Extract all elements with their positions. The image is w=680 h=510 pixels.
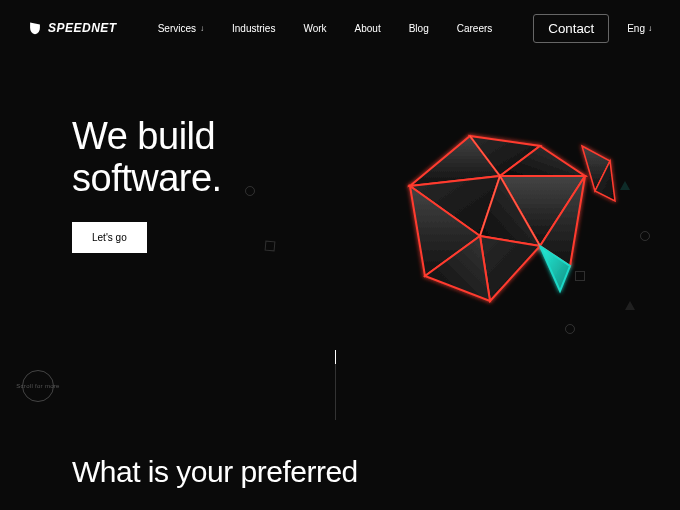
deco-triangle-icon: [625, 301, 635, 310]
brand-name: SPEEDNET: [48, 21, 117, 35]
scroll-text: Scroll for more: [16, 383, 60, 389]
primary-nav: Services ↓ Industries Work About Blog Ca…: [158, 23, 493, 34]
deco-circle-icon: [245, 186, 255, 196]
section-title: What is your preferred: [72, 455, 358, 490]
chevron-down-icon: ↓: [648, 24, 652, 33]
nav-label: Work: [303, 23, 326, 34]
nav-careers[interactable]: Careers: [457, 23, 493, 34]
nav-label: About: [355, 23, 381, 34]
section-title-line1: What is your preferred: [72, 455, 358, 488]
nav-blog[interactable]: Blog: [409, 23, 429, 34]
nav-label: Blog: [409, 23, 429, 34]
hero-title-line2: software.: [72, 157, 222, 199]
deco-circle-icon: [565, 324, 575, 334]
hero-title-line1: We build: [72, 115, 215, 157]
deco-triangle-icon: [620, 181, 630, 190]
nav-label: Industries: [232, 23, 275, 34]
nav-services[interactable]: Services ↓: [158, 23, 204, 34]
deco-circle-icon: [640, 231, 650, 241]
hero-crystal-graphic: [370, 116, 630, 336]
header-actions: Contact Eng ↓: [533, 14, 652, 43]
nav-industries[interactable]: Industries: [232, 23, 275, 34]
crystal-icon: [370, 116, 630, 336]
brand-logo[interactable]: SPEEDNET: [28, 21, 117, 35]
chevron-down-icon: ↓: [200, 24, 204, 33]
language-switcher[interactable]: Eng ↓: [627, 23, 652, 34]
nav-label: Careers: [457, 23, 493, 34]
scroll-circle-icon: Scroll for more: [22, 370, 54, 402]
lang-label: Eng: [627, 23, 645, 34]
contact-button[interactable]: Contact: [533, 14, 609, 43]
logo-shield-icon: [28, 21, 42, 35]
nav-work[interactable]: Work: [303, 23, 326, 34]
scroll-indicator[interactable]: Scroll for more: [22, 370, 54, 402]
nav-label: Services: [158, 23, 196, 34]
hero-section: We build software. Let's go: [0, 56, 680, 396]
nav-about[interactable]: About: [355, 23, 381, 34]
hero-cta-button[interactable]: Let's go: [72, 222, 147, 253]
site-header: SPEEDNET Services ↓ Industries Work Abou…: [0, 0, 680, 56]
deco-square-icon: [575, 271, 585, 281]
section-divider: [335, 350, 336, 420]
deco-square-icon: [265, 241, 276, 252]
